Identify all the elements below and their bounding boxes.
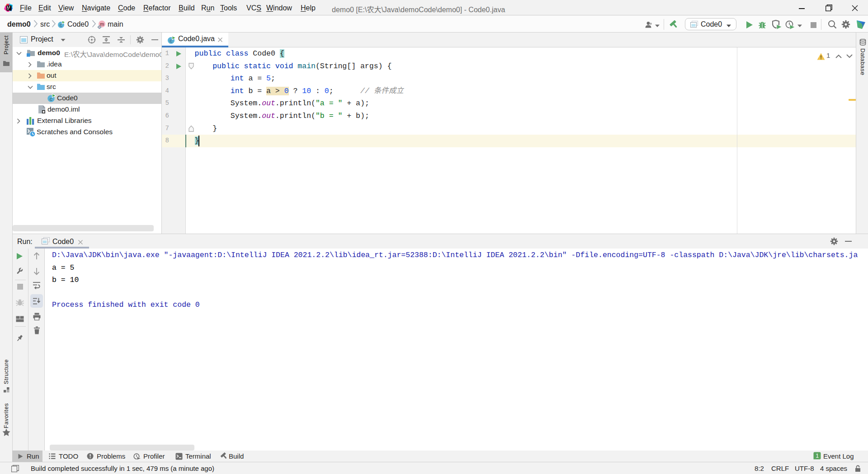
svg-text:1: 1 — [816, 453, 819, 459]
svg-text:m: m — [100, 21, 104, 27]
